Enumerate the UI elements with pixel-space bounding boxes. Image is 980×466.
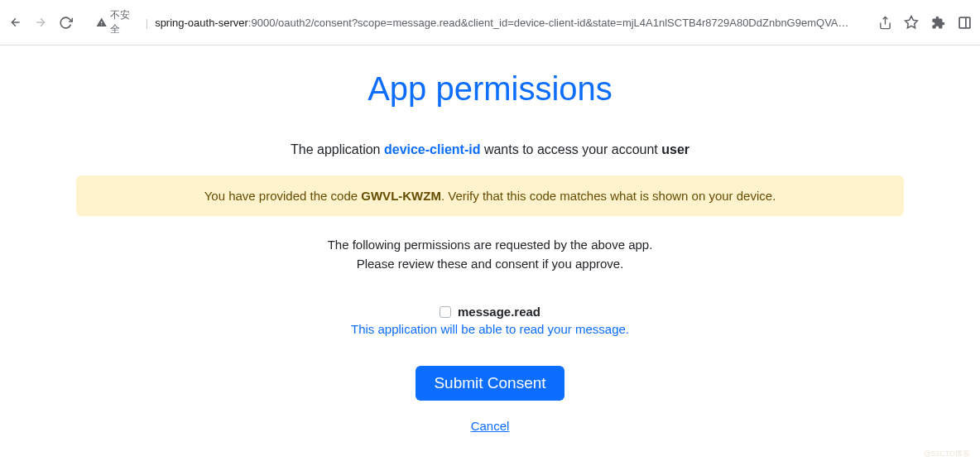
security-warning-icon: 不安全 <box>96 8 139 36</box>
url-text: spring-oauth-server:9000/oauth2/consent?… <box>155 17 854 29</box>
toolbar-right <box>877 15 972 30</box>
share-icon[interactable] <box>877 15 892 30</box>
url-bar[interactable]: 不安全 | spring-oauth-server:9000/oauth2/co… <box>88 5 862 40</box>
cancel-link[interactable]: Cancel <box>76 419 904 433</box>
url-divider: | <box>146 17 148 29</box>
back-icon[interactable] <box>8 15 23 30</box>
star-icon[interactable] <box>904 15 919 30</box>
permission-checkbox[interactable] <box>440 306 451 318</box>
consent-content: App permissions The application device-c… <box>26 46 954 466</box>
app-access-line: The application device-client-id wants t… <box>76 142 904 157</box>
svg-rect-2 <box>959 17 970 28</box>
device-code-alert: You have provided the code GWVL-KWZM. Ve… <box>76 175 904 216</box>
submit-consent-button[interactable]: Submit Consent <box>416 366 564 401</box>
permission-row: message.read <box>76 305 904 319</box>
user-name-label: user <box>661 142 689 156</box>
permission-instructions: The following permissions are requested … <box>76 236 904 273</box>
forward-icon[interactable] <box>33 15 48 30</box>
page-title: App permissions <box>76 70 904 108</box>
browser-toolbar: 不安全 | spring-oauth-server:9000/oauth2/co… <box>0 0 980 46</box>
panel-icon[interactable] <box>957 15 972 30</box>
extensions-icon[interactable] <box>930 15 945 30</box>
svg-marker-1 <box>906 17 918 28</box>
device-code-value: GWVL-KWZM <box>361 189 441 203</box>
permission-description: This application will be able to read yo… <box>76 322 904 336</box>
footer-text: Your consent to provide access is requir… <box>76 463 904 466</box>
permission-name: message.read <box>458 305 540 319</box>
security-label: 不安全 <box>110 8 138 36</box>
client-id: device-client-id <box>384 142 480 156</box>
watermark: @51CTO博客 <box>924 449 970 459</box>
reload-icon[interactable] <box>58 15 73 30</box>
